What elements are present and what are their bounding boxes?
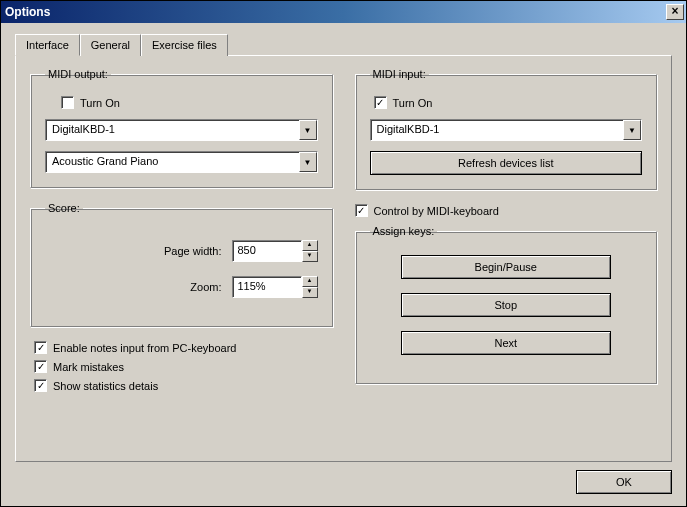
show-stats-row[interactable]: ✓ Show statistics detais: [34, 379, 333, 392]
show-stats-label: Show statistics detais: [53, 380, 158, 392]
zoom-value[interactable]: 115%: [232, 276, 302, 298]
close-button[interactable]: ×: [666, 4, 684, 20]
control-midi-row[interactable]: ✓ Control by MIDI-keyboard: [355, 204, 658, 217]
tab-strip: Interface General Exercise files: [15, 34, 672, 56]
show-stats-checkbox[interactable]: ✓: [34, 379, 47, 392]
right-column: MIDI input: ✓ Turn On DigitalKBD-1 ▼ Ref…: [355, 68, 658, 449]
enable-notes-row[interactable]: ✓ Enable notes input from PC-keyboard: [34, 341, 333, 354]
tab-panel-interface: MIDI output: Turn On DigitalKBD-1 ▼ Acou…: [15, 55, 672, 462]
window-title: Options: [5, 5, 666, 19]
page-width-down[interactable]: ▼: [302, 251, 318, 262]
titlebar: Options ×: [1, 1, 686, 23]
dropdown-arrow-icon: ▼: [299, 152, 317, 172]
enable-notes-label: Enable notes input from PC-keyboard: [53, 342, 236, 354]
assign-legend: Assign keys:: [370, 225, 438, 237]
midi-input-device-value: DigitalKBD-1: [371, 120, 624, 140]
page-width-spinner[interactable]: 850 ▲ ▼: [232, 240, 318, 262]
zoom-up[interactable]: ▲: [302, 276, 318, 287]
mark-mistakes-checkbox[interactable]: ✓: [34, 360, 47, 373]
left-column: MIDI output: Turn On DigitalKBD-1 ▼ Acou…: [30, 68, 333, 449]
options-window: Options × Interface General Exercise fil…: [0, 0, 687, 507]
group-midi-output: MIDI output: Turn On DigitalKBD-1 ▼ Acou…: [30, 68, 333, 188]
group-midi-input: MIDI input: ✓ Turn On DigitalKBD-1 ▼ Ref…: [355, 68, 658, 190]
close-icon: ×: [671, 4, 678, 18]
begin-pause-button[interactable]: Begin/Pause: [401, 255, 611, 279]
zoom-row: Zoom: 115% ▲ ▼: [45, 276, 318, 298]
zoom-spinner[interactable]: 115% ▲ ▼: [232, 276, 318, 298]
midi-input-device-select[interactable]: DigitalKBD-1 ▼: [370, 119, 643, 141]
midi-input-legend: MIDI input:: [370, 68, 429, 80]
tab-exercise-files[interactable]: Exercise files: [141, 34, 228, 56]
page-width-row: Page width: 850 ▲ ▼: [45, 240, 318, 262]
ok-button[interactable]: OK: [576, 470, 672, 494]
zoom-down[interactable]: ▼: [302, 287, 318, 298]
midi-output-instrument-value: Acoustic Grand Piano: [46, 152, 299, 172]
page-width-label: Page width:: [164, 245, 221, 257]
midi-input-turnon-row[interactable]: ✓ Turn On: [374, 96, 643, 109]
next-button[interactable]: Next: [401, 331, 611, 355]
zoom-label: Zoom:: [190, 281, 221, 293]
dropdown-arrow-icon: ▼: [623, 120, 641, 140]
tab-interface[interactable]: Interface: [15, 34, 80, 56]
page-width-value[interactable]: 850: [232, 240, 302, 262]
enable-notes-checkbox[interactable]: ✓: [34, 341, 47, 354]
control-midi-label: Control by MIDI-keyboard: [374, 205, 499, 217]
dialog-footer: OK: [15, 470, 672, 494]
mark-mistakes-label: Mark mistakes: [53, 361, 124, 373]
page-width-up[interactable]: ▲: [302, 240, 318, 251]
midi-output-device-select[interactable]: DigitalKBD-1 ▼: [45, 119, 318, 141]
midi-output-device-value: DigitalKBD-1: [46, 120, 299, 140]
midi-output-turnon-label: Turn On: [80, 97, 120, 109]
midi-output-legend: MIDI output:: [45, 68, 111, 80]
refresh-devices-button[interactable]: Refresh devices list: [370, 151, 643, 175]
dropdown-arrow-icon: ▼: [299, 120, 317, 140]
group-score: Score: Page width: 850 ▲ ▼: [30, 202, 333, 327]
tab-general[interactable]: General: [80, 34, 141, 56]
midi-output-turnon-row[interactable]: Turn On: [61, 96, 318, 109]
control-midi-checkbox[interactable]: ✓: [355, 204, 368, 217]
stop-button[interactable]: Stop: [401, 293, 611, 317]
mark-mistakes-row[interactable]: ✓ Mark mistakes: [34, 360, 333, 373]
midi-input-turnon-checkbox[interactable]: ✓: [374, 96, 387, 109]
group-assign-keys: Assign keys: Begin/Pause Stop Next: [355, 225, 658, 384]
midi-input-turnon-label: Turn On: [393, 97, 433, 109]
midi-output-instrument-select[interactable]: Acoustic Grand Piano ▼: [45, 151, 318, 173]
score-legend: Score:: [45, 202, 83, 214]
midi-output-turnon-checkbox[interactable]: [61, 96, 74, 109]
client-area: Interface General Exercise files MIDI ou…: [1, 23, 686, 506]
